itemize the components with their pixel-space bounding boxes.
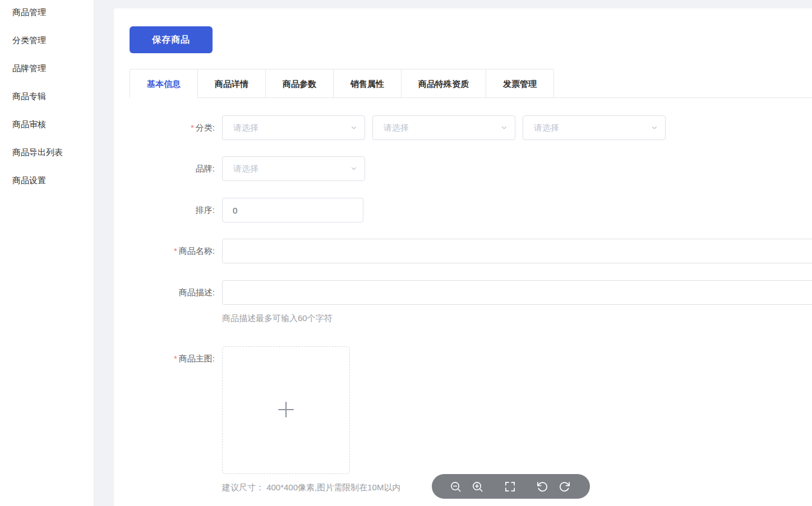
- select-placeholder: 请选择: [384, 123, 409, 133]
- form-row-product-name: *商品名称:: [114, 239, 812, 263]
- sidebar-item-product-management[interactable]: 商品管理: [0, 0, 94, 26]
- save-product-button[interactable]: 保存商品: [130, 26, 213, 53]
- sidebar-menu: 商品管理 分类管理 品牌管理 商品专辑 商品审核 商品导出列表 商品设置: [0, 0, 94, 194]
- select-placeholder: 请选择: [233, 164, 259, 174]
- sidebar-item-brand-management[interactable]: 品牌管理: [0, 54, 94, 82]
- tab-sales-attributes[interactable]: 销售属性: [333, 69, 401, 98]
- sidebar: 商品管理 分类管理 品牌管理 商品专辑 商品审核 商品导出列表 商品设置: [0, 0, 94, 506]
- sort-label: 排序:: [114, 198, 222, 222]
- tabs-nav: 基本信息 商品详情 商品参数 销售属性 商品特殊资质 发票管理: [130, 69, 554, 98]
- main-image-label: *商品主图:: [114, 346, 222, 371]
- product-edit-page: 商品管理 分类管理 品牌管理 商品专辑 商品审核 商品导出列表 商品设置 保存商…: [0, 0, 812, 506]
- form-row-category: *分类: 请选择 请选择 请选择: [114, 115, 666, 140]
- form-row-sort: 排序:: [114, 198, 363, 222]
- sidebar-item-category-management[interactable]: 分类管理: [0, 26, 94, 54]
- fullscreen-icon[interactable]: [504, 480, 516, 493]
- required-asterisk: *: [174, 246, 177, 256]
- chevron-down-icon: [350, 165, 358, 174]
- form-row-main-image: *商品主图: 建议尺寸： 400*400像素,图片需限制在10M以内: [114, 346, 400, 493]
- description-input[interactable]: [222, 280, 812, 305]
- category-label: *分类:: [114, 115, 222, 140]
- category-select-level1[interactable]: 请选择: [222, 115, 365, 140]
- brand-select[interactable]: 请选择: [222, 156, 365, 181]
- tab-special-qualifications[interactable]: 商品特殊资质: [401, 69, 486, 98]
- tabs-header: 基本信息 商品详情 商品参数 销售属性 商品特殊资质 发票管理: [130, 69, 812, 98]
- rotate-right-icon[interactable]: [558, 480, 571, 493]
- tab-basic-info[interactable]: 基本信息: [130, 69, 197, 98]
- description-label: 商品描述:: [114, 280, 222, 305]
- plus-icon: [277, 401, 295, 420]
- category-select-level2[interactable]: 请选择: [372, 115, 515, 140]
- sort-input[interactable]: [222, 198, 363, 222]
- tab-product-params[interactable]: 商品参数: [265, 69, 333, 98]
- sidebar-item-product-export-list[interactable]: 商品导出列表: [0, 138, 94, 166]
- select-placeholder: 请选择: [534, 123, 559, 133]
- sidebar-item-product-album[interactable]: 商品专辑: [0, 82, 94, 110]
- description-hint: 商品描述最多可输入60个字符: [222, 313, 812, 324]
- category-select-level3[interactable]: 请选择: [523, 115, 666, 140]
- sidebar-item-product-settings[interactable]: 商品设置: [0, 166, 94, 194]
- select-placeholder: 请选择: [233, 123, 259, 133]
- zoom-in-icon[interactable]: [471, 480, 484, 493]
- rotate-left-icon[interactable]: [536, 480, 549, 493]
- tab-invoice-management[interactable]: 发票管理: [486, 69, 553, 98]
- image-viewer-toolbar: [432, 474, 590, 499]
- product-name-label: *商品名称:: [114, 239, 222, 263]
- form-row-brand: 品牌: 请选择: [114, 156, 365, 181]
- product-name-input[interactable]: [222, 239, 812, 263]
- main-content-card: 保存商品 基本信息 商品详情 商品参数 销售属性 商品特殊资质 发票管理 *分类…: [114, 8, 812, 506]
- required-asterisk: *: [174, 354, 177, 363]
- sidebar-item-product-audit[interactable]: 商品审核: [0, 110, 94, 138]
- chevron-down-icon: [650, 124, 658, 133]
- form-row-description: 商品描述: 商品描述最多可输入60个字符: [114, 280, 812, 324]
- tab-product-detail[interactable]: 商品详情: [197, 69, 265, 98]
- chevron-down-icon: [350, 124, 358, 133]
- chevron-down-icon: [500, 124, 508, 133]
- brand-label: 品牌:: [114, 156, 222, 181]
- main-image-hint: 建议尺寸： 400*400像素,图片需限制在10M以内: [222, 482, 400, 493]
- zoom-out-icon[interactable]: [449, 480, 462, 493]
- main-image-upload[interactable]: [222, 346, 350, 474]
- required-asterisk: *: [191, 123, 194, 132]
